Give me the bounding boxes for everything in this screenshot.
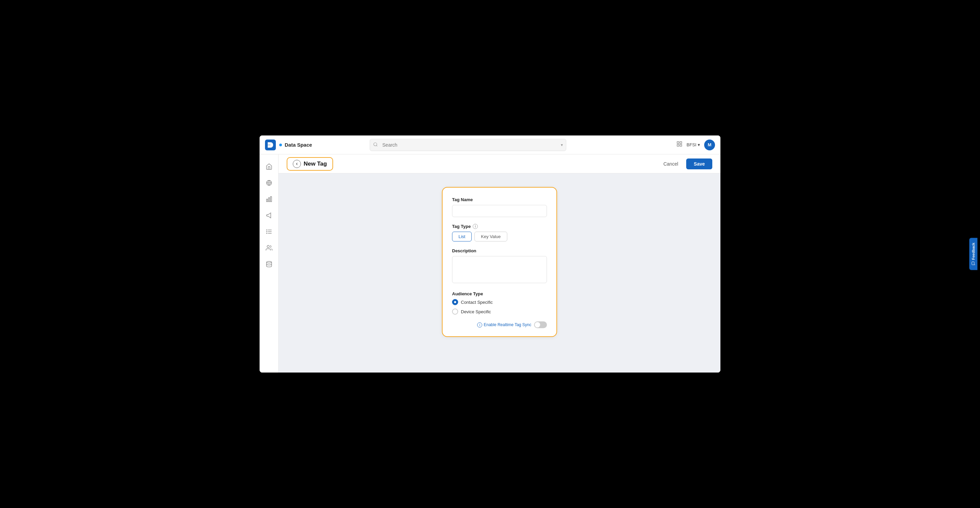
svg-rect-8 (268, 198, 269, 202)
content-area: Tag Name Tag Type i List Key Value (278, 173, 721, 373)
tag-type-label: Tag Type i (452, 224, 547, 229)
sidebar-item-analytics[interactable] (262, 192, 276, 206)
realtime-sync-toggle[interactable] (534, 321, 547, 328)
search-bar: ▾ (370, 139, 566, 151)
audience-type-label: Audience Type (452, 291, 547, 296)
sidebar-item-globe[interactable] (262, 176, 276, 190)
feedback-tab[interactable]: Feedback (969, 238, 978, 270)
main-content: New Tag Cancel Save Tag Name (278, 154, 721, 373)
page-title: New Tag (304, 160, 327, 167)
tag-name-input[interactable] (452, 205, 547, 217)
logo-dot (279, 144, 282, 146)
back-button[interactable] (293, 160, 301, 168)
svg-point-17 (266, 262, 271, 263)
realtime-info-icon[interactable]: i (477, 322, 482, 327)
form-card: Tag Name Tag Type i List Key Value (442, 187, 557, 337)
svg-point-15 (266, 233, 267, 234)
audience-options: Contact Specific Device Specific (452, 299, 547, 314)
header-right: BFSI ▾ M (676, 140, 715, 150)
audience-contact-label: Contact Specific (461, 300, 493, 305)
bfsi-chevron-icon: ▾ (698, 142, 700, 147)
bfsi-badge[interactable]: BFSI ▾ (687, 142, 700, 147)
search-chevron-icon: ▾ (561, 143, 563, 147)
page-header: New Tag Cancel Save (278, 154, 721, 173)
svg-point-16 (267, 246, 269, 248)
realtime-sync-row: i Enable Realtime Tag Sync (452, 321, 547, 328)
realtime-sync-label: i Enable Realtime Tag Sync (477, 322, 531, 327)
audience-device-label: Device Specific (461, 309, 491, 314)
save-button[interactable]: Save (686, 159, 712, 169)
description-group: Description (452, 248, 547, 284)
audience-device-radio[interactable] (452, 308, 458, 314)
tag-type-group: Tag Type i List Key Value (452, 224, 547, 241)
sidebar-item-lists[interactable] (262, 225, 276, 238)
svg-rect-5 (680, 144, 682, 146)
svg-rect-2 (677, 141, 679, 143)
tag-name-label: Tag Name (452, 197, 547, 202)
search-input[interactable] (370, 139, 566, 151)
audience-device-specific[interactable]: Device Specific (452, 308, 547, 314)
sidebar-item-database[interactable] (262, 257, 276, 271)
feedback-label: Feedback (972, 243, 975, 260)
audience-contact-radio[interactable] (452, 299, 458, 305)
audience-type-group: Audience Type Contact Specific Device Sp… (452, 291, 547, 314)
audience-contact-specific[interactable]: Contact Specific (452, 299, 547, 305)
tag-name-group: Tag Name (452, 197, 547, 217)
sidebar (259, 154, 278, 373)
sidebar-item-users[interactable] (262, 241, 276, 255)
cancel-button[interactable]: Cancel (659, 159, 682, 169)
svg-rect-4 (677, 144, 679, 146)
header: Data Space ▾ BFSI ▾ M (259, 135, 721, 154)
grid-icon[interactable] (676, 141, 682, 149)
body: New Tag Cancel Save Tag Name (259, 154, 721, 373)
tag-type-buttons: List Key Value (452, 232, 547, 241)
sidebar-item-home[interactable] (262, 160, 276, 173)
page-title-area: New Tag (287, 157, 333, 171)
tag-type-keyvalue-button[interactable]: Key Value (474, 232, 507, 241)
logo-icon (265, 140, 276, 150)
feedback-icon (972, 261, 975, 265)
description-input[interactable] (452, 256, 547, 283)
svg-point-1 (374, 143, 377, 146)
svg-point-13 (266, 230, 267, 230)
bfsi-label: BFSI (687, 142, 696, 147)
app-title: Data Space (285, 142, 312, 148)
svg-rect-9 (270, 197, 271, 202)
tag-type-info-icon[interactable]: i (473, 224, 478, 229)
sidebar-item-campaigns[interactable] (262, 209, 276, 222)
avatar[interactable]: M (704, 140, 715, 150)
description-label: Description (452, 248, 547, 253)
search-icon (373, 142, 378, 148)
tag-type-list-button[interactable]: List (452, 232, 472, 241)
svg-rect-7 (266, 199, 267, 202)
svg-point-14 (266, 231, 267, 232)
page-actions: Cancel Save (659, 159, 712, 169)
svg-rect-3 (680, 141, 682, 143)
logo-area: Data Space (265, 140, 312, 150)
